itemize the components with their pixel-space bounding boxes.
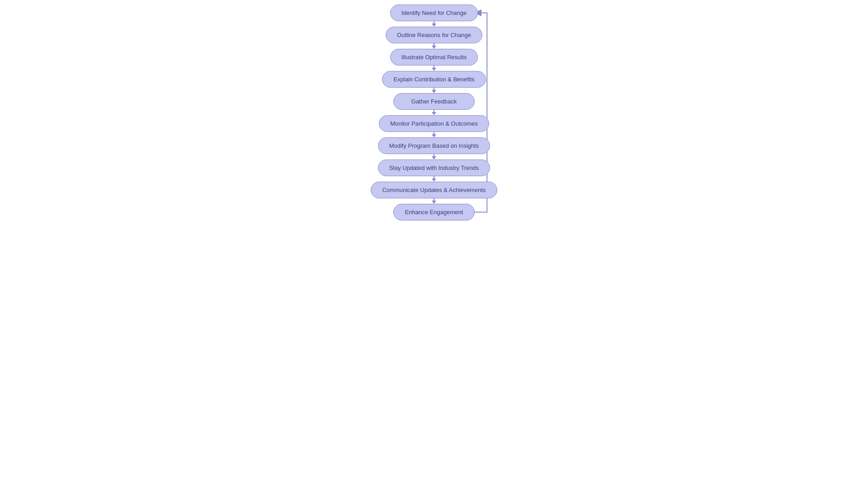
node-enhance-engagement[interactable]: Enhance Engagement bbox=[393, 204, 475, 221]
spacer-2 bbox=[432, 43, 436, 49]
spacer-7 bbox=[432, 154, 436, 160]
node-label: Stay Updated with Industry Trends bbox=[389, 164, 479, 171]
node-label: Identify Need for Change bbox=[401, 9, 467, 16]
spacer-8 bbox=[432, 176, 436, 182]
node-stay-updated[interactable]: Stay Updated with Industry Trends bbox=[378, 160, 491, 176]
node-label: Outline Reasons for Change bbox=[397, 32, 471, 38]
diagram-container: Identify Need for Change Outline Reasons… bbox=[344, 5, 524, 483]
node-modify-program[interactable]: Modify Program Based on Insights bbox=[378, 137, 491, 154]
node-label: Enhance Engagement bbox=[405, 209, 463, 216]
node-communicate-updates[interactable]: Communicate Updates & Achievements bbox=[371, 182, 497, 198]
node-label: Modify Program Based on Insights bbox=[389, 142, 479, 149]
node-outline-reasons[interactable]: Outline Reasons for Change bbox=[386, 27, 482, 43]
spacer-3 bbox=[432, 66, 436, 71]
spacer-5 bbox=[432, 110, 436, 115]
node-illustrate-results[interactable]: Illustrate Optimal Results bbox=[390, 49, 478, 66]
spacer-4 bbox=[432, 88, 436, 93]
spacer-1 bbox=[432, 21, 436, 27]
node-monitor-participation[interactable]: Monitor Participation & Outcomes bbox=[379, 115, 489, 132]
node-label: Communicate Updates & Achievements bbox=[382, 187, 486, 193]
node-label: Gather Feedback bbox=[411, 98, 457, 105]
spacer-6 bbox=[432, 132, 436, 137]
node-label: Monitor Participation & Outcomes bbox=[390, 120, 478, 127]
node-label: Explain Contribution & Benefits bbox=[393, 76, 474, 83]
node-identify-need[interactable]: Identify Need for Change bbox=[390, 5, 478, 21]
node-explain-contribution[interactable]: Explain Contribution & Benefits bbox=[382, 71, 486, 88]
node-label: Illustrate Optimal Results bbox=[401, 54, 467, 61]
node-gather-feedback[interactable]: Gather Feedback bbox=[393, 93, 475, 110]
flow-wrapper: Identify Need for Change Outline Reasons… bbox=[371, 5, 497, 221]
spacer-9 bbox=[432, 198, 436, 204]
